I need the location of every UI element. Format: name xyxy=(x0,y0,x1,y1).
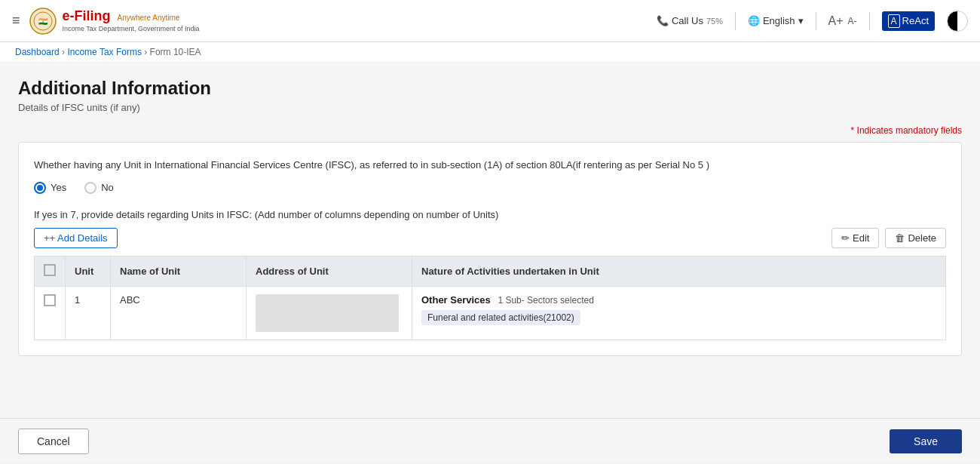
radio-yes-circle xyxy=(34,182,46,194)
react-button[interactable]: A ReAct xyxy=(882,11,935,31)
logo-efiling: e-Filing Anywhere Anytime xyxy=(63,8,200,25)
units-table: Unit Name of Unit Address of Unit Nature… xyxy=(34,256,946,340)
edit-button[interactable]: ✏ Edit xyxy=(831,228,879,248)
table-toolbar: + + Add Details ✏ Edit 🗑 Delete xyxy=(34,228,946,248)
plus-icon: + xyxy=(44,232,50,244)
header-right: 📞 Call Us 75% 🌐 English ▾ A+ A- A ReAct xyxy=(657,11,968,32)
divider xyxy=(735,12,736,30)
radio-yes[interactable]: Yes xyxy=(34,182,66,194)
font-resize-controls: A+ A- xyxy=(828,14,857,28)
mandatory-note: * Indicates mandatory fields xyxy=(18,125,962,136)
activity-category: Other Services 1 Sub- Sectors selected xyxy=(421,294,936,306)
cancel-button[interactable]: Cancel xyxy=(18,429,89,454)
row-checkbox[interactable] xyxy=(44,294,56,306)
header-left: ≡ 🇮🇳 e-Filing Anywhere Anytime Income Ta… xyxy=(12,8,199,35)
table-actions: ✏ Edit 🗑 Delete xyxy=(831,228,946,248)
row-checkbox-cell xyxy=(35,286,66,340)
breadcrumb: Dashboard › Income Tax Forms › Form 10-I… xyxy=(0,42,980,63)
emblem-icon: 🇮🇳 xyxy=(29,8,57,35)
address-placeholder xyxy=(256,294,399,332)
logo-text: e-Filing Anywhere Anytime Income Tax Dep… xyxy=(63,8,200,32)
call-us-button[interactable]: 📞 Call Us 75% xyxy=(657,15,723,26)
header-checkbox[interactable] xyxy=(44,264,56,276)
header: ≡ 🇮🇳 e-Filing Anywhere Anytime Income Ta… xyxy=(0,0,980,42)
breadcrumb-current: Form 10-IEA xyxy=(150,47,201,57)
trash-icon: 🗑 xyxy=(895,232,905,244)
col-activity: Nature of Activities undertaken in Unit xyxy=(412,256,946,286)
table-header-row: Unit Name of Unit Address of Unit Nature… xyxy=(35,256,946,286)
breadcrumb-income-tax-forms[interactable]: Income Tax Forms xyxy=(67,47,141,57)
logo-area: 🇮🇳 e-Filing Anywhere Anytime Income Tax … xyxy=(29,8,200,35)
page-subtitle: Details of IFSC units (if any) xyxy=(18,102,962,113)
radio-group-yes-no: Yes No xyxy=(34,182,946,194)
add-details-button[interactable]: + + Add Details xyxy=(34,228,118,248)
language-selector[interactable]: 🌐 English ▾ xyxy=(748,15,804,26)
divider2 xyxy=(816,12,816,30)
hamburger-icon[interactable]: ≡ xyxy=(12,13,20,29)
sub-sector-count: 1 Sub- Sectors selected xyxy=(498,295,593,306)
col-checkbox xyxy=(35,256,66,286)
edit-icon: ✏ xyxy=(841,232,850,244)
accessibility-icon: A xyxy=(888,14,900,28)
row-activity: Other Services 1 Sub- Sectors selected F… xyxy=(412,286,946,340)
col-address: Address of Unit xyxy=(247,256,412,286)
activity-name: Other Services xyxy=(421,294,491,306)
question-text: Whether having any Unit in International… xyxy=(34,158,946,173)
row-address xyxy=(247,286,412,340)
ifsc-instruction: If yes in 7, provide details regarding U… xyxy=(34,209,946,220)
page-title: Additional Information xyxy=(18,78,962,99)
row-name: ABC xyxy=(111,286,247,340)
save-button[interactable]: Save xyxy=(890,429,962,453)
phone-icon: 📞 xyxy=(657,15,669,26)
col-unit: Unit xyxy=(66,256,111,286)
font-decrease-icon[interactable]: A- xyxy=(848,16,857,26)
table-row: 1 ABC Other Services 1 Sub- Sectors sele… xyxy=(35,286,946,340)
main-content: Additional Information Details of IFSC u… xyxy=(0,63,980,418)
delete-button[interactable]: 🗑 Delete xyxy=(885,228,946,248)
col-name: Name of Unit xyxy=(111,256,247,286)
chevron-down-icon: ▾ xyxy=(798,15,804,26)
footer: Cancel Save xyxy=(0,418,980,463)
font-increase-icon[interactable]: A+ xyxy=(828,14,844,28)
yes-label: Yes xyxy=(51,182,66,193)
radio-no-circle xyxy=(84,182,96,194)
card-ifsc: Whether having any Unit in International… xyxy=(18,142,962,356)
svg-text:🇮🇳: 🇮🇳 xyxy=(38,17,48,26)
logo-subtitle: Income Tax Department, Government of Ind… xyxy=(63,25,200,33)
breadcrumb-dashboard[interactable]: Dashboard xyxy=(15,47,60,57)
divider3 xyxy=(869,12,870,30)
no-label: No xyxy=(101,182,114,193)
row-unit: 1 xyxy=(66,286,111,340)
radio-no[interactable]: No xyxy=(84,182,114,194)
globe-icon: 🌐 xyxy=(748,15,760,26)
activity-tag: Funeral and related activities(21002) xyxy=(421,310,580,325)
contrast-toggle[interactable] xyxy=(947,11,968,32)
